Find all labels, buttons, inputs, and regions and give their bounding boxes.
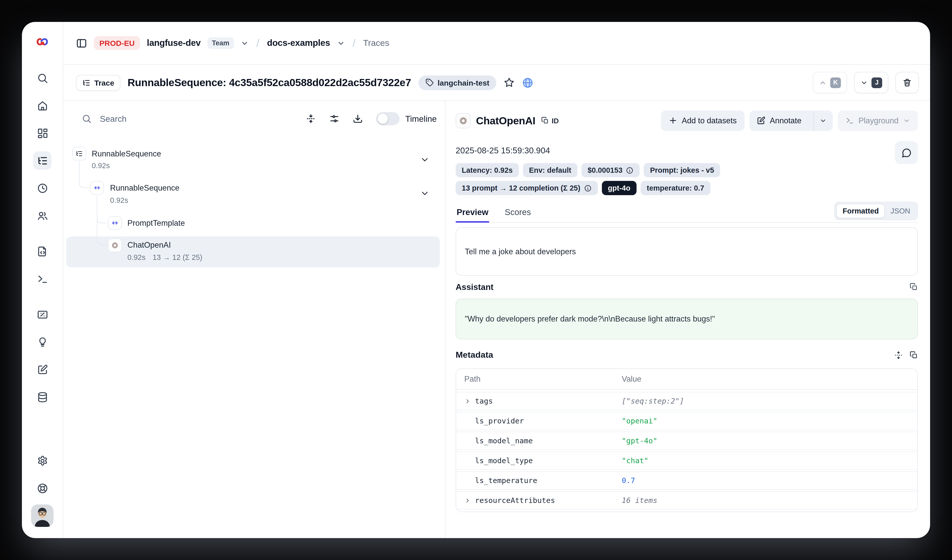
trace-title: RunnableSequence: 4c35a5f52ca0588d022d2a…	[127, 76, 411, 89]
llm-judge-clipboard-pen-icon[interactable]	[33, 360, 51, 379]
edit-pencil-icon	[757, 116, 765, 125]
trace-type-label: Trace	[94, 78, 114, 87]
model-badge[interactable]: gpt-4o	[602, 181, 637, 195]
metadata-row-resource-attributes[interactable]: resourceAttributes 16 items	[456, 492, 917, 509]
bookmark-star-icon[interactable]	[504, 77, 515, 88]
assistant-message-text: "Why do developers prefer dark mode?\n\n…	[465, 315, 715, 324]
tracing-icon[interactable]	[33, 151, 51, 170]
format-option-json[interactable]: JSON	[885, 204, 916, 218]
span-icon[interactable]	[90, 181, 104, 194]
delete-trace-button[interactable]	[895, 72, 919, 93]
topbar: PROD-EU langfuse-dev Team / docs-example…	[63, 22, 930, 65]
lightbulb-icon[interactable]	[33, 333, 51, 351]
comments-button[interactable]	[895, 141, 918, 164]
prompt-badge[interactable]: Prompt: jokes - v5	[644, 163, 720, 177]
user-avatar[interactable]	[31, 504, 54, 527]
metadata-value: 16 items	[622, 496, 657, 504]
metadata-row-ls-model-name: ls_model_name "gpt-4o"	[456, 432, 917, 449]
observation-actions: Add to datasets Annotate Playground	[661, 110, 918, 131]
tree-search-row: Timeline	[63, 101, 445, 133]
public-globe-icon[interactable]	[522, 77, 534, 88]
org-chevron-down-icon[interactable]	[241, 39, 249, 47]
prompts-file-code-icon[interactable]	[33, 242, 51, 261]
next-trace-button[interactable]: J	[854, 72, 888, 93]
breadcrumb-page[interactable]: Traces	[363, 38, 389, 48]
chevron-right-icon[interactable]	[464, 398, 471, 404]
metadata-value: ["seq:step:2"]	[622, 397, 684, 405]
token-usage-badge[interactable]: 13 prompt → 12 completion (Σ 25)	[456, 181, 598, 195]
stage: PROD-EU langfuse-dev Team / docs-example…	[0, 0, 952, 560]
datasets-database-icon[interactable]	[33, 388, 51, 406]
chevron-up-icon	[819, 79, 827, 86]
openai-generation-icon	[456, 113, 471, 128]
cost-badge[interactable]: $0.000153	[581, 163, 640, 177]
trace-tag-badge[interactable]: langchain-test	[418, 75, 496, 90]
project-chevron-down-icon[interactable]	[337, 39, 345, 47]
timeline-toggle-label: Timeline	[405, 114, 437, 123]
copy-icon	[541, 117, 549, 124]
breadcrumb-separator: /	[351, 37, 357, 49]
users-icon[interactable]	[33, 207, 51, 225]
trace-type-badge: Trace	[76, 75, 120, 91]
support-lifebuoy-icon[interactable]	[33, 479, 51, 497]
assistant-label: Assistant	[456, 282, 494, 292]
sidebar-rail	[22, 22, 63, 538]
download-icon[interactable]	[353, 114, 363, 124]
metadata-value: 0.7	[622, 477, 635, 484]
copy-id-button[interactable]: ID	[541, 116, 559, 125]
environment-badge[interactable]: PROD-EU	[94, 36, 140, 50]
tree-node-label[interactable]: RunnableSequence	[92, 148, 161, 160]
metadata-value: "gpt-4o"	[622, 437, 657, 445]
evaluation-icon[interactable]	[33, 305, 51, 324]
add-to-datasets-button[interactable]: Add to datasets	[661, 110, 744, 131]
previous-trace-button[interactable]: K	[813, 72, 847, 93]
annotate-dropdown-chevron-icon[interactable]	[813, 110, 833, 131]
tree-node-label[interactable]: ChatOpenAI	[127, 239, 171, 251]
trace-tag-label: langchain-test	[437, 78, 489, 87]
tree-node-stats: 0.92s 13 → 12 (Σ 25)	[127, 252, 202, 263]
timeline-toggle[interactable]	[376, 112, 400, 125]
collapse-all-icon[interactable]	[306, 114, 316, 124]
tag-icon	[425, 79, 433, 86]
comment-bubble-icon	[901, 148, 912, 158]
copy-icon	[910, 351, 918, 359]
settings-gear-icon[interactable]	[33, 452, 51, 470]
detail-tabs: Preview Scores Formatted JSON	[456, 202, 918, 223]
chevron-right-icon[interactable]	[464, 497, 471, 504]
openai-generation-icon[interactable]	[108, 239, 122, 252]
metadata-value: "chat"	[622, 457, 649, 465]
format-option-formatted[interactable]: Formatted	[836, 204, 885, 218]
tab-preview[interactable]: Preview	[456, 207, 490, 222]
playground-button[interactable]: Playground	[838, 110, 918, 131]
collapse-node-chevron-icon[interactable]	[420, 188, 430, 198]
expand-metadata-button[interactable]	[895, 351, 903, 359]
breadcrumb-project[interactable]: docs-examples	[267, 38, 330, 48]
org-logo-knot	[36, 35, 49, 48]
home-icon[interactable]	[33, 96, 51, 115]
search-input[interactable]	[99, 113, 293, 124]
breadcrumb-org[interactable]: langfuse-dev	[147, 38, 201, 48]
info-icon	[626, 167, 634, 174]
annotate-button[interactable]: Annotate	[750, 110, 808, 131]
content-body: Timeline RunnableSequence 0.92s Runnable…	[63, 101, 930, 538]
tree-node-tokens: 13 → 12 (Σ 25)	[153, 252, 202, 263]
metadata-row-tags[interactable]: tags ["seq:step:2"]	[456, 392, 917, 410]
span-icon[interactable]	[108, 216, 122, 230]
tree-node-label[interactable]: RunnableSequence	[110, 182, 179, 194]
sidebar-toggle-icon[interactable]	[76, 37, 87, 49]
collapse-node-chevron-icon[interactable]	[420, 155, 430, 165]
tree-settings-sliders-icon[interactable]	[329, 114, 340, 124]
tree-node-duration: 0.92s	[92, 160, 110, 171]
dashboards-icon[interactable]	[33, 124, 51, 142]
sessions-clock-icon[interactable]	[33, 179, 51, 197]
copy-output-button[interactable]	[910, 283, 918, 291]
tree-node-label[interactable]: PromptTemplate	[127, 217, 185, 229]
tree-icon	[82, 78, 91, 87]
sidebar-search-icon[interactable]	[33, 69, 51, 87]
copy-metadata-button[interactable]	[910, 351, 918, 359]
user-message-text: Tell me a joke about developers	[465, 247, 576, 256]
playground-terminal-icon[interactable]	[33, 270, 51, 288]
tab-scores[interactable]: Scores	[504, 207, 532, 222]
chevron-down-icon	[903, 117, 910, 124]
trace-root-icon[interactable]	[73, 147, 86, 160]
